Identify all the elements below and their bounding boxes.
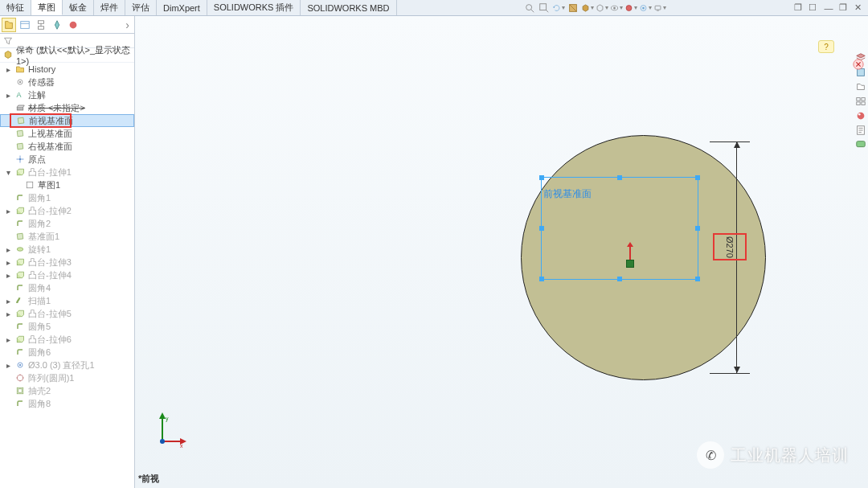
tree-node-sensor[interactable]: 传感器 [0,76,134,88]
tab-feature[interactable]: 特征 [0,0,31,15]
tree-node-origin[interactable]: 原点 [0,153,134,166]
file-explorer-tab-icon[interactable] [854,80,867,93]
task-pane-close-icon[interactable] [852,58,865,71]
fm-tree-icon[interactable] [2,18,16,32]
tab-sketch[interactable]: 草图 [31,0,63,15]
tree-node-label: 凸台-拉伸1 [28,166,72,178]
rev-icon [14,244,26,254]
tree-node-history[interactable]: ▸History [0,63,134,76]
ext-icon [14,309,26,318]
plane-handle-sw[interactable] [539,277,544,281]
tree-node-ext3[interactable]: ▸凸台-拉伸3 [0,256,134,269]
panel-tab-strip: › [0,16,134,34]
zoom-area-icon[interactable] [538,2,551,14]
tree-node-sweep1[interactable]: ▸扫描1 [0,294,134,307]
hide-show-icon[interactable] [610,2,623,14]
tree-node-rightplane[interactable]: 右视基准面 [0,140,134,153]
tab-plugins[interactable]: SOLIDWORKS 插件 [207,0,301,15]
tab-mbd[interactable]: SOLIDWORKS MBD [301,0,396,15]
expand-icon[interactable]: ▸ [5,297,12,306]
view-settings-icon[interactable] [653,2,666,14]
property-manager-icon[interactable] [18,18,32,32]
tree-node-topplane[interactable]: 上视基准面 [0,127,134,140]
forum-tab-icon[interactable] [854,138,867,151]
appearances-tab-icon[interactable] [854,109,867,122]
tree-node-label: 圆角5 [28,321,51,333]
display-style-icon[interactable] [596,2,608,14]
plane-handle-e[interactable] [695,226,700,231]
tree-node-label: 前视基准面 [29,115,73,127]
dimension-diameter-callout[interactable]: Ø270 [713,233,747,260]
view-palette-tab-icon[interactable] [854,95,867,108]
tree-node-fil2[interactable]: 圆角2 [0,217,134,230]
dimxpert-manager-icon[interactable] [50,18,64,32]
doc-restore-icon[interactable]: ❐ [792,2,804,14]
edit-appearance-icon[interactable] [624,2,637,14]
tree-root[interactable]: 保奇 (默认<<默认>_显示状态 1>) [0,48,134,63]
expand-icon[interactable]: ▸ [5,207,12,215]
tree-node-fil4[interactable]: 圆角4 [0,281,134,294]
tree-node-rot1[interactable]: ▸旋转1 [0,243,134,256]
section-view-icon[interactable] [567,2,579,14]
doc-max-icon[interactable]: ☐ [807,2,818,14]
tree-node-fil1[interactable]: 圆角1 [0,191,134,204]
expand-icon[interactable]: ▸ [5,258,12,267]
help-tip-icon[interactable]: ? [818,40,834,53]
tree-node-base1[interactable]: 基准面1 [0,230,134,243]
tree-node-annot[interactable]: ▸A注解 [0,88,134,101]
apply-scene-icon[interactable] [639,2,652,14]
close-icon[interactable]: ✕ [852,2,863,14]
expand-icon[interactable]: ▸ [5,91,12,100]
expand-icon[interactable]: ▸ [5,271,12,280]
expand-icon[interactable]: ▸ [5,310,12,318]
plane-handle-se[interactable] [695,277,700,281]
tree-node-ext2[interactable]: ▸凸台-拉伸2 [0,204,134,217]
display-manager-icon[interactable] [66,18,80,32]
svg-point-18 [19,158,21,160]
graphics-area[interactable]: Ø270 前视基准面 [135,16,868,488]
plane-handle-ne[interactable] [695,175,700,180]
view-orientation-icon[interactable] [581,2,594,14]
svg-rect-12 [39,26,44,29]
tab-dimxpert[interactable]: DimXpert [157,0,207,15]
expand-icon[interactable]: ▾ [5,168,12,177]
panel-next-icon[interactable]: › [122,18,133,31]
custom-properties-tab-icon[interactable] [854,124,867,137]
window-controls-app: — ❐ ✕ [823,0,868,15]
tab-weldment[interactable]: 焊件 [94,0,125,15]
tree-node-ext4[interactable]: ▸凸台-拉伸4 [0,269,134,281]
tree-node-fil6[interactable]: 圆角6 [0,346,134,359]
minimize-icon[interactable]: — [823,2,834,14]
plane-handle-s[interactable] [617,277,622,281]
expand-icon[interactable]: ▸ [5,335,12,344]
expand-icon[interactable]: ▸ [5,361,12,370]
configuration-manager-icon[interactable] [34,18,48,32]
plane-handle-w[interactable] [539,226,544,231]
tree-node-frontplane[interactable]: 前视基准面 [0,114,134,127]
tab-sheetmetal[interactable]: 钣金 [63,0,94,15]
restore-icon[interactable]: ❐ [837,2,849,14]
tree-node-ext6[interactable]: ▸凸台-拉伸6 [0,333,134,346]
view-triad[interactable]: y x [156,411,188,449]
tree-node-material[interactable]: 材质 <未指定> [0,101,134,114]
tree-node-pat1[interactable]: 阵列(圆周)1 [0,371,134,384]
expand-icon[interactable]: ▸ [5,245,12,254]
tree-node-fil8[interactable]: 圆角8 [0,397,134,410]
prev-view-icon[interactable] [552,2,565,14]
expand-icon[interactable]: ▸ [5,65,12,74]
plane-handle-n[interactable] [617,175,622,180]
zoom-fit-icon[interactable] [523,2,536,14]
tab-evaluate[interactable]: 评估 [125,0,157,15]
tree-node-fil5[interactable]: 圆角5 [0,320,134,333]
plane-handle-nw[interactable] [539,175,544,180]
tree-node-shell2[interactable]: 抽壳2 [0,384,134,397]
tree-node-label: 阵列(圆周)1 [28,372,74,384]
tree-node-hole1[interactable]: ▸Ø3.0 (3) 直径孔1 [0,359,134,371]
tree-node-ext1[interactable]: ▾凸台-拉伸1 [0,166,134,178]
tree-node-sk1[interactable]: 草图1 [0,178,134,191]
tree-node-ext5[interactable]: ▸凸台-拉伸5 [0,307,134,320]
feature-tree[interactable]: ▸History传感器▸A注解材质 <未指定>前视基准面上视基准面右视基准面原点… [0,63,134,488]
origin-marker[interactable] [626,245,634,268]
part-icon [3,50,13,61]
svg-rect-20 [27,182,33,188]
